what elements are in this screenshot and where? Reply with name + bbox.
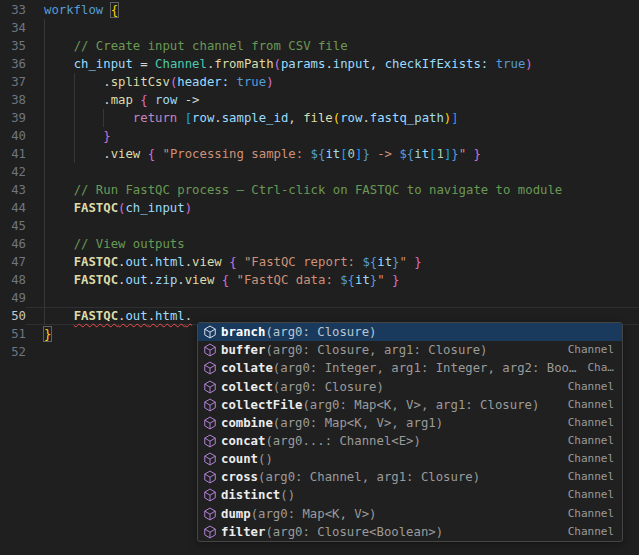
code-token: " xyxy=(459,147,466,161)
suggestion-label: dump xyxy=(221,505,251,523)
line-number: 36 xyxy=(0,55,26,73)
code-token: " xyxy=(377,273,384,287)
code-line[interactable]: 44 FASTQC(ch_input) xyxy=(0,199,639,217)
code-line[interactable]: 35 // Create input channel from CSV file xyxy=(0,37,639,55)
suggestion-return-type: Channel xyxy=(568,468,614,486)
code-content: FASTQC.out.zip.view { "FastQC data: ${it… xyxy=(26,271,639,289)
suggestion-item-collectFile[interactable]: collectFile(arg0: Map<K, V>, arg1: Closu… xyxy=(198,396,622,414)
code-content: // View outputs xyxy=(26,235,639,253)
suggestion-return-type: Channel xyxy=(568,378,614,396)
code-line[interactable]: 41 .view { "Processing sample: ${it[0]} … xyxy=(0,145,639,163)
code-token: . xyxy=(103,147,110,161)
suggestion-item-concat[interactable]: concat(arg0...: Channel<E>)Channel xyxy=(198,432,622,450)
suggestion-return-type: Cha… xyxy=(588,359,615,377)
code-token: . xyxy=(177,273,184,287)
code-token xyxy=(229,75,236,89)
code-token xyxy=(229,273,236,287)
line-number: 46 xyxy=(0,235,26,253)
suggestion-return-type: Channel xyxy=(568,396,614,414)
code-token: . xyxy=(185,255,192,269)
code-line[interactable]: 47 FASTQC.out.html.view { "FastQC report… xyxy=(0,253,639,271)
code-token xyxy=(148,93,155,107)
code-token: // Run FastQC process – Ctrl-click on FA… xyxy=(74,183,563,197)
code-content: } xyxy=(26,127,639,145)
code-editor: 33workflow {3435 // Create input channel… xyxy=(0,0,639,555)
code-token: FASTQC xyxy=(74,201,118,215)
code-token: view xyxy=(185,273,215,287)
symbol-method-icon xyxy=(203,525,217,539)
suggestion-label: buffer xyxy=(221,341,265,359)
code-content: .map { row -> xyxy=(26,91,639,109)
code-token: . xyxy=(325,57,332,71)
code-token: it xyxy=(325,147,340,161)
code-line[interactable]: 33workflow { xyxy=(0,1,639,19)
code-line[interactable]: 37 .splitCsv(header: true) xyxy=(0,73,639,91)
suggestion-item-collate[interactable]: collate(arg0: Integer, arg1: Integer, ar… xyxy=(198,359,622,377)
suggestion-signature: (arg0: Channel, arg1: Closure) xyxy=(258,468,480,486)
code-token: , xyxy=(288,111,303,125)
line-number: 41 xyxy=(0,145,26,163)
suggestion-return-type: Channel xyxy=(568,505,614,523)
line-number: 45 xyxy=(0,217,26,235)
code-content: workflow { xyxy=(26,1,639,19)
code-token: } xyxy=(44,327,51,341)
code-token: } xyxy=(392,273,399,287)
code-line[interactable]: 42 xyxy=(0,163,639,181)
code-token: row xyxy=(340,111,362,125)
code-line[interactable]: 43 // Run FastQC process – Ctrl-click on… xyxy=(0,181,639,199)
suggestion-label: combine xyxy=(221,414,273,432)
suggestion-item-distinct[interactable]: distinct()Channel xyxy=(198,486,622,504)
suggestion-return-type: Channel xyxy=(568,486,614,504)
code-line[interactable]: 36 ch_input = Channel.fromPath(params.in… xyxy=(0,55,639,73)
code-token: fromPath xyxy=(214,57,273,71)
code-token xyxy=(44,129,103,143)
suggestion-label: collect xyxy=(221,378,273,396)
code-token xyxy=(44,75,103,89)
suggestion-item-branch[interactable]: branch(arg0: Closure) xyxy=(198,323,622,341)
code-line[interactable]: 49 xyxy=(0,289,639,307)
code-token: it xyxy=(355,273,370,287)
code-token: header: xyxy=(177,75,229,89)
suggestion-item-dump[interactable]: dump(arg0: Map<K, V>)Channel xyxy=(198,505,622,523)
suggestion-item-count[interactable]: count()Channel xyxy=(198,450,622,468)
code-token: "FastQC data: xyxy=(237,273,341,287)
symbol-method-icon xyxy=(203,434,217,448)
suggestion-item-filter[interactable]: filter(arg0: Closure<Boolean>)Channel xyxy=(198,523,622,541)
code-content xyxy=(26,19,639,37)
code-token xyxy=(103,3,110,17)
suggestion-item-combine[interactable]: combine(arg0: Map<K, V>, arg1)Channel xyxy=(198,414,622,432)
suggestion-signature: () xyxy=(280,486,295,504)
code-token: true xyxy=(496,57,526,71)
suggestion-signature: (arg0: Closure) xyxy=(265,323,376,341)
code-line[interactable]: 46 // View outputs xyxy=(0,235,639,253)
suggest-widget: branch(arg0: Closure)buffer(arg0: Closur… xyxy=(197,322,623,542)
code-line[interactable]: 48 FASTQC.out.zip.view { "FastQC data: $… xyxy=(0,271,639,289)
suggestion-item-collect[interactable]: collect(arg0: Closure)Channel xyxy=(198,377,622,395)
code-token: zip xyxy=(155,273,177,287)
code-token: } xyxy=(451,147,458,161)
code-token xyxy=(44,255,74,269)
code-token xyxy=(44,93,103,107)
code-line[interactable]: 38 .map { row -> xyxy=(0,91,639,109)
code-token: . xyxy=(148,309,155,323)
code-token xyxy=(488,57,495,71)
code-token: ) xyxy=(266,75,273,89)
code-token: -> xyxy=(177,93,199,107)
code-token: row xyxy=(155,93,177,107)
suggestion-item-cross[interactable]: cross(arg0: Channel, arg1: Closure)Chann… xyxy=(198,468,622,486)
code-content: // Run FastQC process – Ctrl-click on FA… xyxy=(26,181,639,199)
code-token: it xyxy=(414,147,429,161)
editor-lines: 33workflow {3435 // Create input channel… xyxy=(0,1,639,361)
code-line[interactable]: 40 } xyxy=(0,127,639,145)
code-line[interactable]: 45 xyxy=(0,217,639,235)
code-token: out xyxy=(125,273,147,287)
code-token: return xyxy=(133,111,177,125)
code-token: " xyxy=(399,255,406,269)
code-token: // View outputs xyxy=(74,237,185,251)
code-line[interactable]: 34 xyxy=(0,19,639,37)
line-number: 44 xyxy=(0,199,26,217)
code-token: [ xyxy=(340,147,347,161)
line-number: 48 xyxy=(0,271,26,289)
suggestion-item-buffer[interactable]: buffer(arg0: Closure, arg1: Closure)Chan… xyxy=(198,341,622,359)
code-line[interactable]: 39 return [row.sample_id, file(row.fastq… xyxy=(0,109,639,127)
